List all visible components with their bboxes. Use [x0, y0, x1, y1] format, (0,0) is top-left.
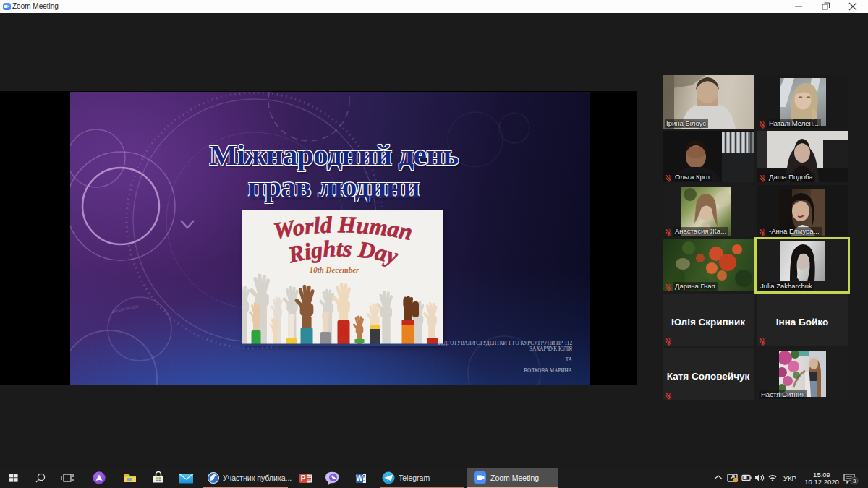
svg-text:10th December: 10th December: [310, 265, 359, 274]
svg-text:УКР: УКР: [783, 474, 796, 482]
svg-text:World Human: World Human: [271, 211, 414, 245]
svg-text:W: W: [356, 474, 363, 482]
svg-text:10.12.2020: 10.12.2020: [804, 478, 839, 486]
svg-text:250 200 150 100: 250 200 150 100: [111, 304, 139, 314]
svg-text:3: 3: [853, 478, 856, 484]
svg-text:Rights Day: Rights Day: [285, 235, 401, 269]
svg-text:15:09: 15:09: [813, 471, 830, 479]
svg-text:P: P: [301, 474, 306, 482]
